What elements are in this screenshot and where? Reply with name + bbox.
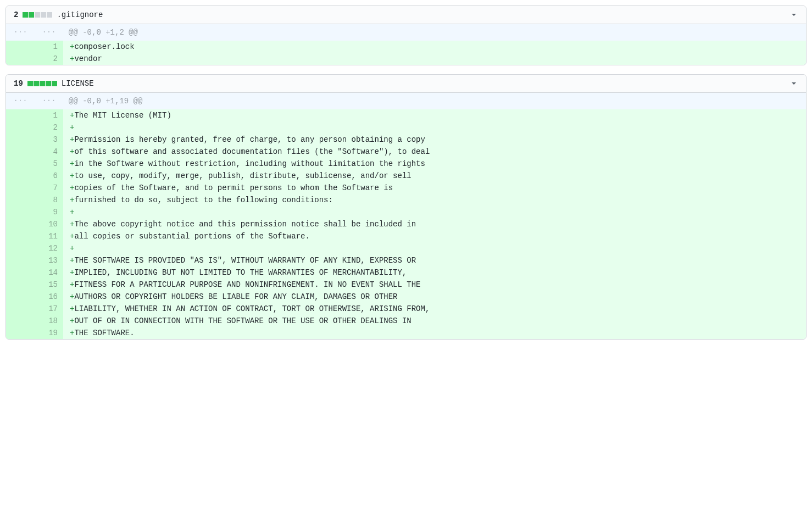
line-number-old[interactable] bbox=[6, 279, 35, 291]
line-number-old[interactable] bbox=[6, 254, 35, 266]
filename[interactable]: .gitignore bbox=[57, 10, 103, 19]
diff-line-added: 10+The above copyright notice and this p… bbox=[6, 218, 806, 230]
line-number-old[interactable] bbox=[6, 303, 35, 315]
line-content: +AUTHORS OR COPYRIGHT HOLDERS BE LIABLE … bbox=[63, 291, 806, 303]
line-number-new[interactable]: 19 bbox=[35, 327, 63, 339]
line-number-new[interactable]: 8 bbox=[35, 194, 63, 206]
line-number-old[interactable] bbox=[6, 170, 35, 182]
filename[interactable]: LICENSE bbox=[62, 79, 94, 88]
line-text: furnished to do so, subject to the follo… bbox=[74, 196, 332, 204]
diff-line-added: 11+all copies or substantial portions of… bbox=[6, 230, 806, 242]
line-number-new[interactable]: 5 bbox=[35, 158, 63, 170]
line-number-new[interactable]: 3 bbox=[35, 134, 63, 146]
diff-stat-added bbox=[23, 12, 28, 18]
diff-line-added: 5+in the Software without restriction, i… bbox=[6, 158, 806, 170]
line-text: OUT OF OR IN CONNECTION WITH THE SOFTWAR… bbox=[74, 316, 411, 325]
line-number-new[interactable]: 11 bbox=[35, 230, 63, 242]
line-number-old[interactable] bbox=[6, 121, 35, 134]
line-number-old[interactable] bbox=[6, 158, 35, 170]
hunk-expand-old[interactable]: ... bbox=[6, 93, 35, 109]
line-number-new[interactable]: 9 bbox=[35, 206, 63, 218]
line-text: The MIT License (MIT) bbox=[74, 111, 171, 120]
file-diff-block: 19LICENSE......@@ -0,0 +1,19 @@1+The MIT… bbox=[5, 74, 807, 340]
line-text: LIABILITY, WHETHER IN AN ACTION OF CONTR… bbox=[74, 304, 430, 313]
diff-stat-added bbox=[27, 81, 33, 86]
diff-stat-neutral bbox=[41, 12, 46, 18]
line-content: +THE SOFTWARE. bbox=[63, 327, 806, 339]
line-number-old[interactable] bbox=[6, 242, 35, 254]
line-number-new[interactable]: 6 bbox=[35, 170, 63, 182]
line-text: in the Software without restriction, inc… bbox=[74, 159, 425, 168]
line-content: +in the Software without restriction, in… bbox=[63, 158, 806, 170]
line-number-new[interactable]: 13 bbox=[35, 254, 63, 266]
chevron-down-icon[interactable] bbox=[789, 10, 798, 19]
change-count: 2 bbox=[14, 10, 18, 19]
line-number-old[interactable] bbox=[6, 53, 35, 65]
line-content: + bbox=[63, 121, 806, 134]
line-content: +OUT OF OR IN CONNECTION WITH THE SOFTWA… bbox=[63, 315, 806, 327]
line-number-new[interactable]: 17 bbox=[35, 303, 63, 315]
line-text: copies of the Software, and to permit pe… bbox=[74, 184, 393, 192]
file-header[interactable]: 19LICENSE bbox=[6, 75, 806, 93]
file-header[interactable]: 2.gitignore bbox=[6, 6, 806, 24]
line-number-new[interactable]: 18 bbox=[35, 315, 63, 327]
line-number-old[interactable] bbox=[6, 230, 35, 242]
line-number-old[interactable] bbox=[6, 146, 35, 158]
line-content: +THE SOFTWARE IS PROVIDED "AS IS", WITHO… bbox=[63, 254, 806, 266]
line-text: The above copyright notice and this perm… bbox=[74, 220, 416, 229]
diff-stat-added bbox=[52, 81, 57, 86]
diff-table: ......@@ -0,0 +1,2 @@1+composer.lock2+ve… bbox=[6, 24, 806, 65]
diff-stat-added bbox=[46, 81, 51, 86]
line-number-old[interactable] bbox=[6, 206, 35, 218]
line-number-old[interactable] bbox=[6, 218, 35, 230]
line-number-new[interactable]: 7 bbox=[35, 182, 63, 194]
line-number-old[interactable] bbox=[6, 266, 35, 279]
line-content: +to use, copy, modify, merge, publish, d… bbox=[63, 170, 806, 182]
line-number-old[interactable] bbox=[6, 194, 35, 206]
chevron-down-icon[interactable] bbox=[789, 79, 798, 88]
diff-line-added: 2+vendor bbox=[6, 53, 806, 65]
line-number-old[interactable] bbox=[6, 291, 35, 303]
diff-line-added: 15+FITNESS FOR A PARTICULAR PURPOSE AND … bbox=[6, 279, 806, 291]
line-number-new[interactable]: 15 bbox=[35, 279, 63, 291]
diff-line-added: 12+ bbox=[6, 242, 806, 254]
line-text: Permission is hereby granted, free of ch… bbox=[74, 135, 425, 144]
line-number-old[interactable] bbox=[6, 41, 35, 53]
line-number-old[interactable] bbox=[6, 327, 35, 339]
line-content: + bbox=[63, 206, 806, 218]
diff-stat-added bbox=[29, 12, 34, 18]
diff-line-added: 19+THE SOFTWARE. bbox=[6, 327, 806, 339]
line-number-old[interactable] bbox=[6, 109, 35, 121]
line-content: +vendor bbox=[63, 53, 806, 65]
line-text: vendor bbox=[74, 54, 102, 63]
line-text: THE SOFTWARE. bbox=[74, 329, 134, 337]
line-number-new[interactable]: 12 bbox=[35, 242, 63, 254]
line-text: composer.lock bbox=[74, 42, 134, 51]
line-number-new[interactable]: 2 bbox=[35, 53, 63, 65]
line-text: THE SOFTWARE IS PROVIDED "AS IS", WITHOU… bbox=[74, 256, 416, 265]
line-number-new[interactable]: 2 bbox=[35, 121, 63, 134]
line-text: to use, copy, modify, merge, publish, di… bbox=[74, 171, 411, 180]
line-content: +all copies or substantial portions of t… bbox=[63, 230, 806, 242]
line-number-new[interactable]: 16 bbox=[35, 291, 63, 303]
diff-line-added: 3+Permission is hereby granted, free of … bbox=[6, 134, 806, 146]
line-number-new[interactable]: 1 bbox=[35, 41, 63, 53]
line-number-new[interactable]: 4 bbox=[35, 146, 63, 158]
addition-marker: + bbox=[70, 244, 74, 253]
line-number-old[interactable] bbox=[6, 182, 35, 194]
line-number-old[interactable] bbox=[6, 134, 35, 146]
hunk-expand-old[interactable]: ... bbox=[6, 24, 35, 41]
hunk-expand-new[interactable]: ... bbox=[35, 93, 63, 109]
line-number-new[interactable]: 1 bbox=[35, 109, 63, 121]
line-content: + bbox=[63, 242, 806, 254]
line-text: FITNESS FOR A PARTICULAR PURPOSE AND NON… bbox=[74, 280, 420, 289]
line-content: +of this software and associated documen… bbox=[63, 146, 806, 158]
line-number-new[interactable]: 14 bbox=[35, 266, 63, 279]
diff-line-added: 13+THE SOFTWARE IS PROVIDED "AS IS", WIT… bbox=[6, 254, 806, 266]
line-number-new[interactable]: 10 bbox=[35, 218, 63, 230]
hunk-header-text: @@ -0,0 +1,19 @@ bbox=[63, 93, 806, 109]
line-content: +The MIT License (MIT) bbox=[63, 109, 806, 121]
line-number-old[interactable] bbox=[6, 315, 35, 327]
hunk-expand-new[interactable]: ... bbox=[35, 24, 63, 41]
line-content: +Permission is hereby granted, free of c… bbox=[63, 134, 806, 146]
